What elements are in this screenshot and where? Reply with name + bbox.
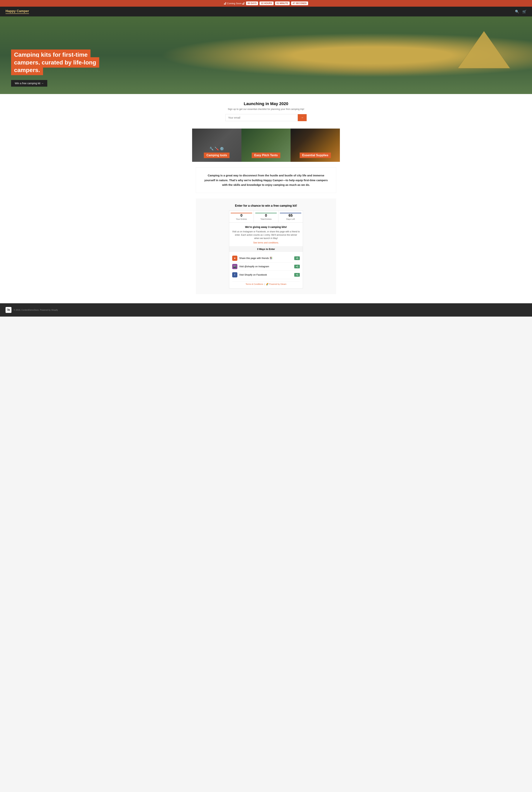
category-easy-pitch-tents[interactable]: Easy Pitch Tents xyxy=(242,129,291,162)
page-footer: 🛍 © 2019, ContentDemoStore. Powered by S… xyxy=(0,303,532,316)
hero-headline: Camping kits for first-time campers, cur… xyxy=(11,50,99,75)
stat-label-3: Days Left xyxy=(280,218,301,220)
launch-section: Launching in May 2020 Sign up to get our… xyxy=(192,94,340,129)
about-section: Camping is a great way to disconnect fro… xyxy=(196,167,336,193)
launch-subtitle: Sign up to get our essential checklist f… xyxy=(196,108,336,111)
site-logo[interactable]: Happy Camper xyxy=(5,9,29,14)
stats-row: 0 Your Entries 0 Total Entries 65 Days L… xyxy=(229,210,303,223)
email-form: → xyxy=(225,114,307,121)
nav-icons: 🔍 🛒 xyxy=(515,9,527,14)
hero-content: Camping kits for first-time campers, cur… xyxy=(11,51,115,86)
gleam-footer: Terms & Conditions | 🌈 Powered by Gleam xyxy=(232,281,300,285)
stat-label-2: Total Entries xyxy=(255,218,277,220)
gleam-desc: Visit us on Instagram or Facebook, or sh… xyxy=(232,230,300,240)
email-submit-button[interactable]: → xyxy=(298,114,307,121)
entry-badge-3: +1 xyxy=(294,273,300,277)
stat-total-entries: 0 Total Entries xyxy=(254,211,278,223)
entry-icon-heart: ♥ xyxy=(232,256,238,261)
stat-your-entries: 0 Your Entries xyxy=(229,211,254,223)
tent-body xyxy=(458,31,510,68)
category-essential-supplies[interactable]: Essential Supplies xyxy=(290,129,340,162)
terms-link[interactable]: See terms and conditions. xyxy=(232,242,300,244)
announcement-bar: 🏕 Coming Soon 🏕 85 DAYS 22 HOURS 01 MINU… xyxy=(0,0,532,7)
entry-text-3: Visit Shopify on Facebook xyxy=(239,273,292,276)
about-text: Camping is a great way to disconnect fro… xyxy=(203,173,329,187)
main-content: Launching in May 2020 Sign up to get our… xyxy=(0,94,532,303)
shopify-bag-icon: 🛍 xyxy=(5,307,12,313)
announcement-text: 🏕 Coming Soon 🏕 xyxy=(224,2,245,5)
entry-row-1[interactable]: ♥ Share this page with friends 👫 +1 xyxy=(232,254,300,263)
entry-icon-instagram: 📷 xyxy=(232,264,238,269)
stat-number-3: 65 xyxy=(280,213,301,217)
email-input[interactable] xyxy=(225,114,298,121)
hero-cta-button[interactable]: Win a free camping kit → xyxy=(11,80,47,86)
entry-badge-1: +1 xyxy=(294,256,300,260)
countdown-minutes: 01 MINUTE xyxy=(275,1,290,5)
giveaway-title: Enter for a chance to win a free camping… xyxy=(200,204,332,208)
footer-copyright: © 2019, ContentDemoStore. Powered by Sho… xyxy=(14,309,58,311)
stat-label-1: Your Entries xyxy=(231,218,252,220)
ways-to-enter-title: 3 Ways to Enter xyxy=(229,246,303,252)
gleam-powered: 🌈 Powered by Gleam xyxy=(266,283,286,285)
gleam-box: We're giving away 3 camping kits! Visit … xyxy=(229,223,303,289)
countdown-days: 85 DAYS xyxy=(246,1,258,5)
category-label-3: Essential Supplies xyxy=(300,153,331,158)
category-label-1: Camping tools xyxy=(204,153,230,158)
search-icon[interactable]: 🔍 xyxy=(515,9,519,14)
stat-number-1: 0 xyxy=(231,213,252,217)
entry-icon-facebook: f xyxy=(232,272,238,277)
launch-title: Launching in May 2020 xyxy=(196,101,336,106)
entry-badge-2: +1 xyxy=(294,265,300,268)
category-camping-tools[interactable]: 🔧🪛⚙️ Camping tools xyxy=(192,129,242,162)
navigation: Happy Camper 🔍 🛒 xyxy=(0,7,532,16)
stat-days-left: 65 Days Left xyxy=(278,211,303,223)
tent-illustration xyxy=(458,31,510,68)
category-label-2: Easy Pitch Tents xyxy=(252,153,280,158)
giveaway-section: Enter for a chance to win a free camping… xyxy=(196,198,336,294)
entry-text-1: Share this page with friends 👫 xyxy=(239,257,292,259)
entry-text-2: Visit @shopify on Instagram xyxy=(239,265,292,268)
hero-section: Camping kits for first-time campers, cur… xyxy=(0,16,532,94)
entry-row-2[interactable]: 📷 Visit @shopify on Instagram +1 xyxy=(232,263,300,271)
stat-number-2: 0 xyxy=(255,213,277,217)
countdown-seconds: 47 SECONDS xyxy=(291,1,308,5)
gleam-title: We're giving away 3 camping kits! xyxy=(232,226,300,229)
tools-icons: 🔧🪛⚙️ xyxy=(209,147,224,151)
entry-row-3[interactable]: f Visit Shopify on Facebook +1 xyxy=(232,271,300,279)
cart-icon[interactable]: 🛒 xyxy=(522,9,527,14)
countdown-hours: 22 HOURS xyxy=(260,1,273,5)
categories-section: 🔧🪛⚙️ Camping tools Easy Pitch Tents Esse… xyxy=(192,129,340,162)
footer-terms[interactable]: Terms & Conditions xyxy=(246,283,263,285)
bag-emoji: 🛍 xyxy=(7,308,10,312)
